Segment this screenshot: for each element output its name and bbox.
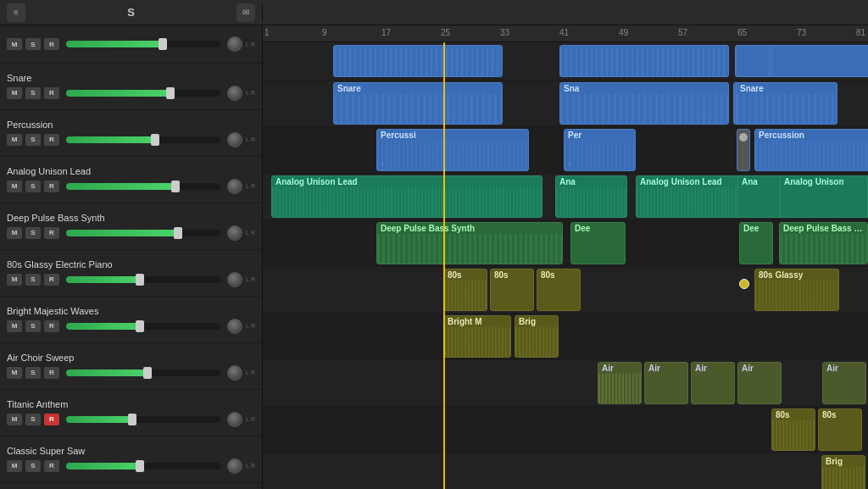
record-button-0[interactable]: R — [44, 38, 59, 50]
clip-analog-4[interactable]: Ana — [737, 175, 784, 218]
pan-knob-titanic[interactable] — [227, 412, 242, 427]
mute-button-percussion[interactable]: M — [7, 134, 22, 146]
clip-0-4[interactable] — [736, 45, 770, 77]
record-button-piano[interactable]: R — [44, 274, 59, 286]
mute-button-analog[interactable]: M — [7, 181, 22, 192]
solo-button-waves[interactable]: S — [25, 320, 41, 332]
clip-bass-1[interactable]: Deep Pulse Bass Synth — [376, 222, 563, 264]
pan-knob-air[interactable] — [227, 365, 242, 381]
fader-thumb-bass[interactable] — [174, 227, 182, 239]
solo-button-bass[interactable]: S — [25, 227, 41, 239]
fader-track-analog[interactable] — [66, 183, 220, 190]
clip-0-2[interactable] — [559, 45, 729, 77]
clip-perc-dot[interactable] — [737, 129, 750, 171]
clip-bass-2[interactable]: Dee — [570, 222, 626, 264]
record-button-snare[interactable]: R — [44, 87, 59, 99]
mute-button-waves[interactable]: M — [7, 320, 22, 332]
solo-button-titanic[interactable]: S — [25, 414, 41, 425]
clip-perc-1[interactable]: Percussi ↕ — [376, 129, 529, 171]
clip-air-1[interactable]: Air — [598, 362, 642, 404]
record-button-analog[interactable]: R — [44, 181, 59, 192]
mute-button-supersaw[interactable]: M — [7, 460, 22, 472]
clip-analog-2[interactable]: Ana — [555, 175, 627, 218]
clip-air-2[interactable]: Air — [644, 362, 688, 404]
mute-button-titanic[interactable]: M — [7, 414, 22, 425]
solo-button-piano[interactable]: S — [25, 274, 41, 286]
solo-button-snare[interactable]: S — [25, 87, 41, 99]
clip-perc-2[interactable]: Per ↕ — [564, 129, 636, 171]
solo-button-supersaw[interactable]: S — [25, 460, 41, 472]
mute-button-0[interactable]: M — [7, 38, 22, 50]
fader-track-supersaw[interactable] — [66, 463, 220, 470]
mute-button-bass[interactable]: M — [7, 227, 22, 239]
clip-snare-2[interactable]: Sna — [559, 82, 729, 125]
clip-waves-2[interactable]: Brig — [515, 315, 559, 358]
menu-icon[interactable]: ≡ — [7, 3, 25, 22]
clip-analog-1[interactable]: Analog Unison Lead — [271, 175, 542, 218]
pan-knob-0[interactable] — [227, 36, 242, 52]
clip-snare-1[interactable]: Snare — [333, 82, 503, 125]
fader-track-piano[interactable] — [66, 276, 220, 283]
record-button-percussion[interactable]: R — [44, 134, 59, 146]
pan-knob-piano[interactable] — [227, 272, 242, 287]
clip-air-4[interactable]: Air — [737, 362, 782, 404]
pan-knob-percussion[interactable] — [227, 132, 242, 147]
track-name-analog: Analog Unison Lead — [7, 166, 255, 176]
fader-track-waves[interactable] — [66, 323, 220, 330]
record-button-bass[interactable]: R — [44, 227, 59, 239]
mute-button-snare[interactable]: M — [7, 87, 22, 99]
clip-perc-3[interactable]: Percussion — [754, 129, 868, 171]
pan-knob-bass[interactable] — [227, 225, 242, 241]
clip-snare-4[interactable]: Snare — [736, 82, 837, 125]
solo-button-air[interactable]: S — [25, 367, 41, 379]
clip-titanic-1[interactable]: 80s — [771, 408, 815, 451]
record-button-supersaw[interactable]: R — [44, 460, 59, 472]
mute-button-piano[interactable]: M — [7, 274, 22, 286]
fader-thumb-analog[interactable] — [171, 181, 180, 192]
clip-label-waves-2: Brig — [515, 316, 558, 327]
solo-button-percussion[interactable]: S — [25, 134, 41, 146]
track-controls-air: M S R LR — [7, 365, 255, 381]
fader-track-bass[interactable] — [66, 230, 220, 236]
fader-thumb-air[interactable] — [143, 367, 152, 379]
pan-knob-waves[interactable] — [227, 319, 242, 334]
clip-waves-1[interactable]: Bright M — [443, 315, 511, 358]
fader-thumb-0[interactable] — [159, 38, 167, 50]
fader-thumb-waves[interactable] — [136, 320, 144, 332]
clip-piano-2[interactable]: 80s — [490, 269, 534, 311]
pan-knob-supersaw[interactable] — [227, 458, 242, 474]
record-button-titanic[interactable]: R — [44, 414, 59, 425]
clip-air-3[interactable]: Air — [691, 362, 735, 404]
clip-0-5[interactable] — [771, 45, 868, 77]
fader-track-titanic[interactable] — [66, 416, 220, 423]
solo-button-0[interactable]: S — [25, 38, 41, 50]
clip-piano-3[interactable]: 80s — [537, 269, 581, 311]
project-title: S — [31, 6, 231, 19]
mail-icon[interactable]: ✉ — [236, 3, 255, 22]
fader-thumb-percussion[interactable] — [151, 134, 159, 146]
pan-knob-analog[interactable] — [227, 179, 242, 194]
clip-0-1[interactable] — [333, 45, 503, 77]
record-button-air[interactable]: R — [44, 367, 59, 379]
clip-supersaw-1[interactable]: Brig — [821, 455, 865, 489]
record-button-waves[interactable]: R — [44, 320, 59, 332]
ruler: 1 9 17 25 33 41 49 57 65 73 81 — [263, 25, 868, 42]
mute-button-air[interactable]: M — [7, 367, 22, 379]
fader-thumb-supersaw[interactable] — [136, 460, 144, 472]
solo-button-analog[interactable]: S — [25, 181, 41, 192]
fader-track-0[interactable] — [66, 41, 220, 47]
fader-track-percussion[interactable] — [66, 136, 220, 143]
fader-track-air[interactable] — [66, 370, 220, 376]
fader-track-snare[interactable] — [66, 90, 220, 97]
clip-piano-4[interactable]: 80s Glassy — [754, 269, 839, 311]
fader-thumb-titanic[interactable] — [128, 414, 136, 425]
clip-air-5[interactable]: Air — [822, 362, 866, 404]
clip-piano-1[interactable]: 80s — [443, 269, 487, 311]
pan-knob-snare[interactable] — [227, 86, 242, 101]
fader-thumb-snare[interactable] — [166, 87, 175, 99]
clip-titanic-2[interactable]: 80s — [818, 408, 862, 451]
clip-bass-4[interactable]: Deep Pulse Bass Synth — [779, 222, 868, 264]
clip-bass-3[interactable]: Dee — [739, 222, 773, 264]
clip-analog-5[interactable]: Analog Unison — [780, 175, 868, 218]
fader-thumb-piano[interactable] — [136, 274, 144, 286]
